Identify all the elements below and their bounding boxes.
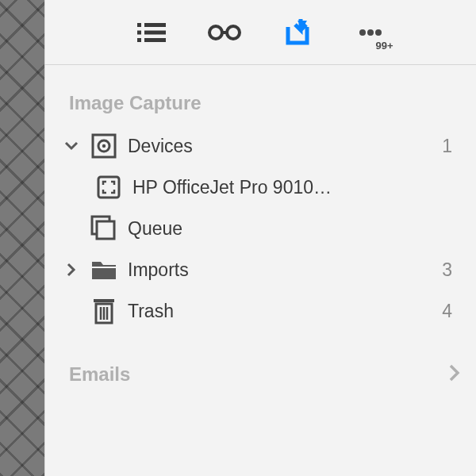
imports-count: 3 xyxy=(442,259,452,281)
preview-button[interactable] xyxy=(205,15,244,50)
imports-label: Imports xyxy=(128,259,432,281)
background-texture xyxy=(0,0,44,476)
svg-rect-4 xyxy=(137,38,141,42)
svg-rect-18 xyxy=(92,267,116,268)
svg-rect-15 xyxy=(98,177,119,198)
more-badge: 99+ xyxy=(375,40,393,52)
chevron-down-icon xyxy=(64,141,79,151)
sidebar-panel: 99+ Image Capture Devices 1 HP OfficeJet xyxy=(44,0,476,476)
chevron-right-icon xyxy=(67,263,76,277)
svg-point-9 xyxy=(359,29,366,36)
sidebar-item-queue[interactable]: Queue xyxy=(45,208,476,249)
chevron-right-icon xyxy=(449,363,460,386)
import-icon xyxy=(283,19,312,46)
svg-rect-2 xyxy=(137,30,141,34)
svg-point-10 xyxy=(367,29,374,36)
svg-point-6 xyxy=(209,26,222,39)
queue-label: Queue xyxy=(128,218,452,240)
sidebar-item-imports[interactable]: Imports 3 xyxy=(45,249,476,290)
emails-label: Emails xyxy=(69,363,130,386)
svg-point-11 xyxy=(375,29,382,36)
list-view-button[interactable] xyxy=(132,15,171,50)
device-icon xyxy=(90,132,118,160)
folder-icon xyxy=(90,255,118,284)
section-header-emails[interactable]: Emails xyxy=(45,332,476,393)
disclosure-imports[interactable] xyxy=(63,261,80,278)
sidebar-item-devices[interactable]: Devices 1 xyxy=(45,125,476,167)
queue-icon xyxy=(90,214,118,243)
trash-icon xyxy=(90,297,118,325)
devices-label: Devices xyxy=(128,136,432,157)
svg-rect-3 xyxy=(144,30,166,34)
svg-rect-0 xyxy=(137,23,141,27)
svg-point-14 xyxy=(102,144,106,148)
svg-point-7 xyxy=(227,26,240,39)
import-button[interactable] xyxy=(278,15,317,50)
svg-rect-17 xyxy=(97,221,114,239)
svg-rect-1 xyxy=(144,23,166,27)
list-icon xyxy=(137,21,166,44)
sidebar-item-device-hp[interactable]: HP OfficeJet Pro 9010… xyxy=(45,167,476,208)
svg-rect-5 xyxy=(144,38,166,42)
scanner-icon xyxy=(94,173,123,202)
device-hp-label: HP OfficeJet Pro 9010… xyxy=(132,177,452,198)
sidebar-item-trash[interactable]: Trash 4 xyxy=(45,290,476,332)
disclosure-devices[interactable] xyxy=(63,137,80,155)
more-button[interactable]: 99+ xyxy=(351,15,390,50)
toolbar: 99+ xyxy=(45,0,476,65)
section-header-image-capture: Image Capture xyxy=(45,65,476,125)
trash-label: Trash xyxy=(128,301,432,322)
trash-count: 4 xyxy=(442,301,452,322)
more-icon xyxy=(359,29,382,36)
devices-count: 1 xyxy=(442,136,452,157)
glasses-icon xyxy=(208,25,241,40)
svg-rect-19 xyxy=(94,299,114,302)
